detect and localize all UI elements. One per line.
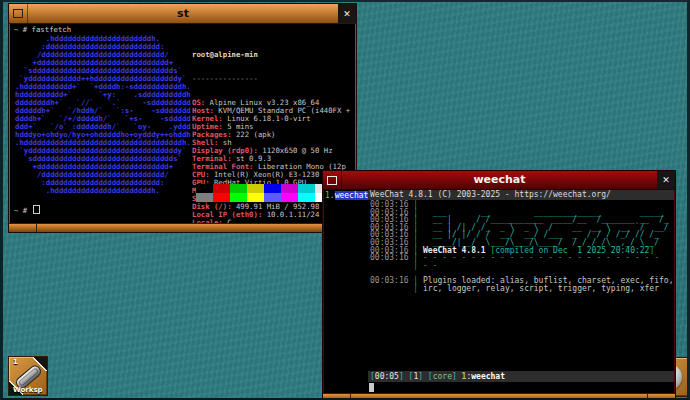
close-icon[interactable]: ✕ xyxy=(657,171,675,189)
palette-swatch xyxy=(230,184,247,193)
palette-swatch xyxy=(298,184,315,193)
st-terminal-window: st ✕ ~ # fastfetch .hddddddddddddddddddd… xyxy=(8,3,357,233)
window-menu-icon xyxy=(13,9,23,18)
prompt-text: ~ # xyxy=(14,206,32,215)
palette-swatch xyxy=(264,193,281,202)
weechat-resizebar[interactable] xyxy=(323,393,675,400)
weechat-window-title: weechat xyxy=(342,171,657,189)
palette-swatch xyxy=(196,184,213,193)
chat-line: │ - - xyxy=(370,262,674,270)
weechat-main-area: WeeChat 4.8.1 (C) 2003-2025 - https://we… xyxy=(368,190,674,393)
close-icon[interactable]: ✕ xyxy=(338,4,356,23)
weechat-terminal-screen[interactable]: 1.weechat WeeChat 4.8.1 (C) 2003-2025 - … xyxy=(323,190,675,393)
status-plugin: core xyxy=(433,372,452,381)
palette-swatch xyxy=(247,193,264,202)
palette-swatch xyxy=(298,193,315,202)
st-window-title: st xyxy=(28,4,338,23)
weechat-buffer-title: WeeChat 4.8.1 (C) 2003-2025 - https://we… xyxy=(368,190,674,200)
st-titlebar[interactable]: st ✕ xyxy=(9,4,356,24)
workspace-label: Worksp xyxy=(13,386,43,394)
window-menu-icon xyxy=(327,176,337,185)
terminal-cursor xyxy=(33,205,40,214)
weechat-chat-area: 00:03:16 │ 00:03:16 │ ___ __ ___________… xyxy=(370,200,674,371)
fastfetch-host-title: root@alpine-min xyxy=(192,51,356,59)
st-terminal-screen[interactable]: ~ # fastfetch .hddddddddddddddddddddddh.… xyxy=(9,24,356,223)
weechat-titlebar[interactable]: weechat ✕ xyxy=(323,171,675,190)
weechat-status-bar: [00:05] [1] [core] 1:weechat xyxy=(368,371,674,382)
buffer-dot: . xyxy=(330,191,335,200)
palette-swatch xyxy=(230,193,247,202)
buflist-entry-weechat[interactable]: 1.weechat xyxy=(324,190,368,200)
status-bracket: ] xyxy=(452,372,462,381)
shell-prompt-idle: ~ # xyxy=(14,205,40,215)
window-menu-button[interactable] xyxy=(323,171,342,189)
status-bracket: ] xyxy=(399,372,409,381)
workspace-number: 1 xyxy=(13,358,18,366)
window-menu-button[interactable] xyxy=(9,4,28,23)
palette-swatch xyxy=(213,184,230,193)
weechat-buflist: 1.weechat xyxy=(324,190,368,393)
st-resizebar[interactable] xyxy=(9,223,356,232)
palette-swatch xyxy=(281,184,298,193)
palette-swatch xyxy=(281,193,298,202)
desktop: st ✕ ~ # fastfetch .hddddddddddddddddddd… xyxy=(0,0,690,400)
weechat-input-bar[interactable] xyxy=(368,382,674,393)
chat-line: │ irc, logger, relay, script, trigger, t… xyxy=(370,285,674,293)
status-bracket: ] xyxy=(418,372,428,381)
shell-prompt: ~ # fastfetch xyxy=(14,26,71,34)
status-clock: 00:05 xyxy=(375,372,399,381)
palette-swatch xyxy=(247,184,264,193)
alpine-ascii-logo: .hddddddddddddddddddddddh. :dddddddddddd… xyxy=(15,35,191,195)
fastfetch-separator: --------------- xyxy=(192,75,356,83)
palette-swatch xyxy=(196,193,213,202)
workspace-clip[interactable]: 1 Worksp xyxy=(8,356,48,396)
weechat-window: weechat ✕ 1.weechat WeeChat 4.8.1 (C) 20… xyxy=(322,170,676,400)
palette-swatch xyxy=(264,184,281,193)
palette-swatch xyxy=(213,193,230,202)
status-buffer-name: weechat xyxy=(471,372,505,381)
input-cursor xyxy=(369,383,374,392)
